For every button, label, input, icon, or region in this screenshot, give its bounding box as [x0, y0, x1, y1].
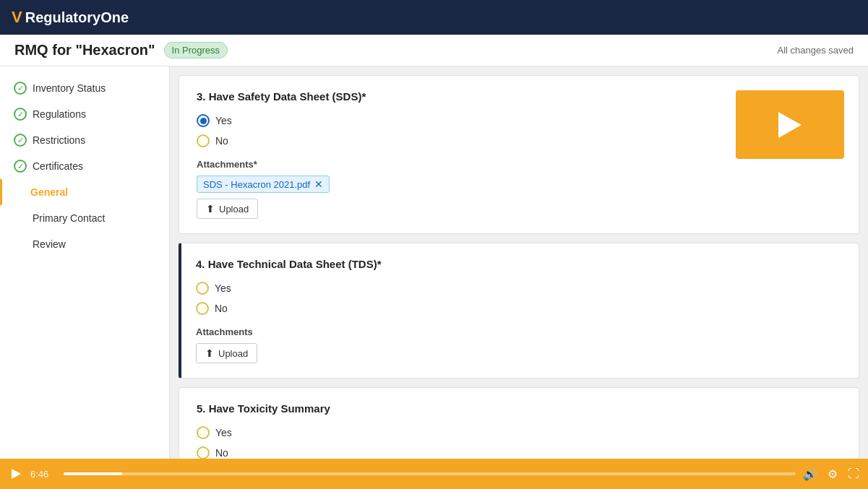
q5-no-option[interactable]: No — [197, 446, 841, 459]
q3-no-radio[interactable] — [197, 134, 210, 147]
sidebar-label-primary-contact: Primary Contact — [33, 212, 105, 224]
sidebar-item-certificates[interactable]: Certificates — [0, 153, 169, 179]
q4-attachments-section: Attachments ⬆ Upload — [196, 326, 841, 363]
upload-icon: ⬆ — [205, 347, 214, 359]
sidebar-label-regulations: Regulations — [33, 108, 86, 120]
question-5-title: 5. Have Toxicity Summary — [197, 402, 841, 415]
player-time: 6:46 — [30, 469, 56, 480]
player-volume-icon[interactable]: 🔊 — [803, 467, 817, 481]
sidebar-item-restrictions[interactable]: Restrictions — [0, 127, 169, 153]
player-controls-right: 🔊 ⚙ ⛶ — [803, 467, 859, 481]
top-navigation: V RegulatoryOne — [0, 0, 868, 35]
q5-yes-option[interactable]: Yes — [197, 426, 841, 439]
active-icon — [12, 186, 25, 199]
check-icon — [14, 134, 27, 147]
check-icon — [14, 160, 27, 173]
auto-save-indicator: All changes saved — [777, 45, 854, 56]
sidebar-item-primary-contact[interactable]: Primary Contact — [0, 205, 169, 231]
q3-upload-label: Upload — [219, 204, 249, 215]
q3-upload-button[interactable]: ⬆ Upload — [197, 199, 258, 219]
page-header: RMQ for "Hexacron" In Progress All chang… — [0, 35, 868, 66]
sidebar-label-inventory-status: Inventory Status — [33, 82, 106, 94]
q3-attachments-section: Attachments* SDS - Hexacron 2021.pdf ✕ ⬆… — [197, 159, 841, 219]
sidebar-label-general: General — [30, 186, 68, 198]
q4-attachments-label: Attachments — [196, 326, 841, 337]
q4-yes-label: Yes — [215, 282, 231, 294]
q4-no-label: No — [215, 303, 228, 314]
sidebar-item-inventory-status[interactable]: Inventory Status — [0, 75, 169, 101]
player-progress-bar[interactable] — [64, 472, 796, 475]
q3-attachment-remove[interactable]: ✕ — [314, 178, 323, 190]
question-card-5: 5. Have Toxicity Summary Yes No — [179, 387, 859, 459]
main-layout: Inventory Status Regulations Restriction… — [0, 66, 868, 459]
player-progress-fill — [64, 472, 122, 475]
q4-yes-radio[interactable] — [196, 282, 209, 295]
sidebar-label-review: Review — [33, 238, 66, 250]
q4-radio-group: Yes No — [196, 282, 841, 315]
card-with-video: 3. Have Safety Data Sheet (SDS)* Yes No … — [197, 90, 841, 219]
q5-yes-label: Yes — [215, 427, 232, 438]
q3-attachment-filename: SDS - Hexacron 2021.pdf — [203, 179, 310, 190]
logo-text: RegulatoryOne — [25, 9, 129, 26]
content-area: 3. Have Safety Data Sheet (SDS)* Yes No … — [170, 66, 868, 459]
q5-yes-radio[interactable] — [197, 426, 210, 439]
q5-no-radio[interactable] — [197, 446, 210, 459]
upload-icon: ⬆ — [206, 203, 215, 215]
sidebar-item-review[interactable]: Review — [0, 231, 169, 257]
player-play-icon — [12, 469, 21, 479]
sidebar-item-regulations[interactable]: Regulations — [0, 101, 169, 127]
logo-icon: V — [12, 8, 22, 27]
question-card-4: 4. Have Technical Data Sheet (TDS)* Yes … — [179, 243, 859, 378]
q4-upload-label: Upload — [218, 348, 248, 359]
q3-yes-label: Yes — [215, 115, 232, 126]
sidebar-item-general[interactable]: General — [0, 179, 169, 205]
sidebar: Inventory Status Regulations Restriction… — [0, 66, 170, 459]
q4-no-option[interactable]: No — [196, 302, 841, 315]
check-icon — [14, 82, 27, 95]
q4-yes-option[interactable]: Yes — [196, 282, 841, 295]
q3-no-label: No — [215, 135, 228, 147]
q3-attachment-tag: SDS - Hexacron 2021.pdf ✕ — [197, 176, 330, 193]
q3-attachments-label: Attachments* — [197, 159, 841, 170]
video-overlay[interactable] — [736, 90, 844, 159]
question-card-3: 3. Have Safety Data Sheet (SDS)* Yes No … — [179, 75, 859, 234]
play-button-icon — [778, 112, 802, 138]
empty-icon — [14, 238, 27, 251]
q3-yes-radio[interactable] — [197, 114, 210, 127]
question-4-title: 4. Have Technical Data Sheet (TDS)* — [196, 258, 841, 270]
q5-radio-group: Yes No — [197, 426, 841, 459]
player-settings-icon[interactable]: ⚙ — [828, 467, 838, 481]
player-fullscreen-icon[interactable]: ⛶ — [848, 467, 859, 480]
status-badge: In Progress — [164, 42, 228, 59]
q5-no-label: No — [215, 447, 228, 459]
check-icon — [14, 108, 27, 121]
q4-no-radio[interactable] — [196, 302, 209, 315]
empty-icon — [14, 212, 27, 225]
page-title: RMQ for "Hexacron" — [14, 42, 155, 59]
q4-upload-button[interactable]: ⬆ Upload — [196, 343, 257, 363]
sidebar-label-certificates: Certificates — [33, 160, 83, 172]
page-title-area: RMQ for "Hexacron" In Progress — [14, 42, 228, 59]
video-player-bar: 6:46 🔊 ⚙ ⛶ — [0, 459, 868, 489]
player-play-button[interactable] — [9, 467, 23, 481]
sidebar-label-restrictions: Restrictions — [33, 134, 85, 146]
